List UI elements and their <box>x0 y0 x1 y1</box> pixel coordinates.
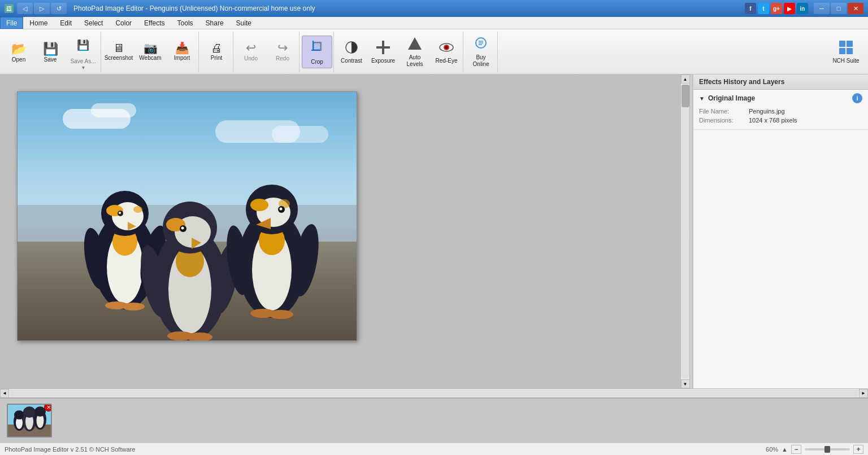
undo-label: Undo <box>244 55 258 62</box>
menu-tools[interactable]: Tools <box>171 17 199 29</box>
linkedin-icon[interactable]: in <box>797 3 808 14</box>
svg-rect-18 <box>839 48 845 54</box>
menu-edit[interactable]: Edit <box>54 17 78 29</box>
thumbnail-close-button[interactable]: ✕ <box>44 404 52 412</box>
save-button[interactable]: 💾 Save <box>35 37 66 69</box>
maximize-button[interactable]: □ <box>831 3 847 14</box>
exposure-icon <box>375 40 391 56</box>
title-bar-left: 🖼 ◁ ▷ ↺ PhotoPad Image Editor - Penguins… <box>5 3 315 14</box>
zoom-slider[interactable] <box>805 448 850 450</box>
twitter-icon[interactable]: t <box>758 3 769 14</box>
webcam-button[interactable]: 📷 Webcam <box>135 36 166 68</box>
nch-suite-button[interactable]: NCH Suite <box>831 36 861 68</box>
canvas-container: ▲ ▼ · · · Effects History and Layers ▼ O… <box>0 75 868 397</box>
import-icon: 📥 <box>175 42 189 54</box>
crop-icon <box>309 38 325 58</box>
app-title: PhotoPad Image Editor - Penguins (Unlice… <box>73 5 315 12</box>
youtube-icon[interactable]: ▶ <box>784 3 795 14</box>
svg-point-50 <box>250 199 268 211</box>
zoom-slider-thumb[interactable] <box>824 446 830 453</box>
collapse-arrow[interactable]: ▼ <box>699 95 705 102</box>
contrast-label: Contrast <box>341 58 362 64</box>
menu-share[interactable]: Share <box>199 17 230 29</box>
panel-title: Effects History and Layers <box>699 78 784 86</box>
status-right: 60% ▲ − + <box>766 445 863 454</box>
red-eye-button[interactable]: Red-Eye <box>431 36 462 68</box>
ribbon-group-capture: 🖥 Screenshot 📷 Webcam 📥 Import <box>102 32 199 72</box>
close-button[interactable]: ✕ <box>848 3 863 14</box>
menu-file[interactable]: File <box>0 17 23 29</box>
ribbon-group-undoredo: ↩ Undo ↪ Redo <box>235 32 300 72</box>
svg-point-62 <box>14 410 24 419</box>
svg-point-57 <box>268 310 293 319</box>
save-icon: 💾 <box>43 43 58 55</box>
save-as-arrow[interactable]: Save As... ▾ <box>68 56 98 72</box>
open-icon: 📂 <box>11 43 27 55</box>
image-frame <box>17 91 357 341</box>
refresh-button[interactable]: ↺ <box>51 3 67 14</box>
scroll-thumb[interactable] <box>682 85 689 107</box>
scroll-right-arrow[interactable]: ► <box>859 389 868 398</box>
save-as-button[interactable]: 💾 <box>68 34 98 56</box>
zoom-plus-button[interactable]: + <box>853 445 863 454</box>
exposure-button[interactable]: Exposure <box>368 36 398 68</box>
menu-color[interactable]: Color <box>109 17 138 29</box>
screenshot-button[interactable]: 🖥 Screenshot <box>103 36 134 68</box>
horizontal-scrollbar[interactable]: ◄ ► <box>0 388 868 397</box>
thumbnail-item[interactable]: ✕ <box>7 404 52 438</box>
contrast-icon <box>344 40 359 56</box>
undo-button[interactable]: ↩ Undo <box>236 36 266 68</box>
redo-label: Redo <box>276 55 289 62</box>
filename-label: File Name: <box>699 108 744 115</box>
menu-bar: File Home Edit Select Color Effects Tool… <box>0 17 868 29</box>
undo-icon: ↩ <box>246 42 256 54</box>
scroll-down-arrow[interactable]: ▼ <box>681 379 690 388</box>
canvas-area[interactable] <box>0 75 680 388</box>
scroll-left-arrow[interactable]: ◄ <box>0 389 9 398</box>
social-icons: f t g+ ▶ in <box>745 3 808 14</box>
buy-online-button[interactable]: Buy Online <box>466 36 496 68</box>
ribbon: 📂 Open 💾 Save 💾 Save As... ▾ 🖥 Screens <box>0 29 868 75</box>
minimize-button[interactable]: ─ <box>814 3 830 14</box>
back-button[interactable]: ◁ <box>17 3 33 14</box>
facebook-icon[interactable]: f <box>745 3 756 14</box>
open-button[interactable]: 📂 Open <box>3 37 34 69</box>
status-bar: PhotoPad Image Editor v 2.51 © NCH Softw… <box>0 443 868 455</box>
import-button[interactable]: 📥 Import <box>167 36 197 68</box>
nch-suite-label: NCH Suite <box>832 58 859 64</box>
section-label: Original Image <box>708 94 755 102</box>
webcam-label: Webcam <box>139 55 161 62</box>
menu-select[interactable]: Select <box>78 17 109 29</box>
googleplus-icon[interactable]: g+ <box>771 3 782 14</box>
redo-button[interactable]: ↪ Redo <box>267 36 298 68</box>
ribbon-right: NCH Suite <box>831 36 866 68</box>
print-button[interactable]: 🖨 Print <box>201 36 232 68</box>
ribbon-group-adjustments: Contrast Exposure Auto Levels <box>335 32 463 72</box>
app-icon: 🖼 <box>5 4 14 13</box>
panel-header: Effects History and Layers <box>693 75 868 90</box>
auto-levels-button[interactable]: Auto Levels <box>400 36 430 68</box>
exposure-label: Exposure <box>371 58 395 64</box>
zoom-minus-button[interactable]: − <box>791 445 801 454</box>
svg-point-11 <box>445 46 448 49</box>
save-as-label: Save As... ▾ <box>70 58 97 71</box>
svg-point-32 <box>122 303 145 310</box>
svg-point-65 <box>23 406 36 418</box>
menu-effects[interactable]: Effects <box>138 17 171 29</box>
forward-button[interactable]: ▷ <box>34 3 50 14</box>
svg-rect-7 <box>382 41 384 54</box>
svg-rect-16 <box>839 41 845 47</box>
svg-rect-19 <box>847 48 853 54</box>
svg-rect-4 <box>314 43 320 50</box>
info-icon[interactable]: i <box>852 93 862 103</box>
webcam-icon: 📷 <box>144 42 158 54</box>
crop-button[interactable]: Crop <box>302 36 332 68</box>
buy-online-icon <box>473 36 489 53</box>
menu-home[interactable]: Home <box>23 17 54 29</box>
menu-suite[interactable]: Suite <box>230 17 258 29</box>
screenshot-label: Screenshot <box>105 55 133 62</box>
contrast-button[interactable]: Contrast <box>336 36 367 68</box>
import-label: Import <box>174 55 190 62</box>
zoom-percent: 60% <box>766 446 778 453</box>
scroll-up-arrow[interactable]: ▲ <box>681 75 690 84</box>
